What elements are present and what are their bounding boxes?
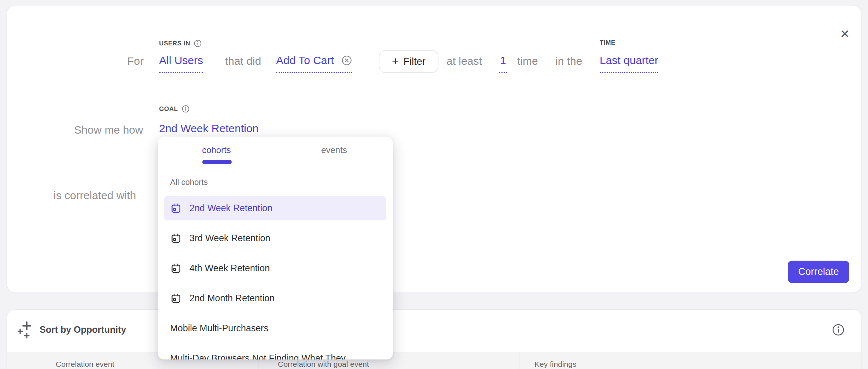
tab-cohorts-label: cohorts [202, 145, 231, 155]
sentence-show-me-how: Show me how [74, 123, 143, 137]
count-selector-value: 1 [500, 54, 506, 66]
cohort-section-label: All cohorts [170, 178, 208, 187]
sentence-time: time [517, 54, 538, 68]
plus-icon: + [392, 55, 399, 67]
goal-info-icon[interactable] [181, 105, 190, 113]
sparkle-icon [18, 320, 34, 339]
cohort-option-label: 4th Week Retention [190, 263, 270, 273]
goal-picker-dropdown: cohorts events All cohorts 2nd Week Rete… [158, 137, 393, 359]
cohort-option-label: 2nd Month Retention [190, 293, 275, 303]
sort-button-label: Sort by Opportunity [40, 324, 126, 335]
users-in-label: USERS IN [159, 39, 202, 48]
event-selector-value: Add To Cart [276, 54, 334, 66]
dropdown-tabs: cohorts events [158, 137, 393, 164]
sentence-that-did: that did [225, 54, 261, 68]
cohort-option-label: Multi-Day Browsers Not Finding What They [170, 353, 346, 359]
count-selector[interactable]: 1 [499, 53, 507, 73]
cohort-option-label: Mobile Multi-Purchasers [170, 323, 268, 333]
cohort-option[interactable]: 2nd Month Retention [164, 286, 386, 310]
cohort-option[interactable]: 2nd Week Retention [164, 196, 386, 220]
sort-by-opportunity-button[interactable]: Sort by Opportunity [18, 320, 126, 339]
time-range-selector[interactable]: Last quarter [600, 53, 658, 73]
results-info-icon[interactable] [832, 323, 845, 336]
cohort-option-label: 3rd Week Retention [190, 233, 271, 243]
active-tab-indicator [202, 160, 232, 164]
column-divider [519, 353, 519, 369]
calendar-icon [170, 233, 181, 244]
time-label-text: TIME [600, 39, 615, 46]
correlate-button[interactable]: Correlate [788, 261, 849, 283]
sentence-at-least: at least [446, 54, 482, 68]
calendar-icon [170, 203, 181, 214]
cohort-option[interactable]: Multi-Day Browsers Not Finding What They [164, 346, 386, 359]
cohort-selector[interactable]: All Users [159, 53, 203, 73]
close-button[interactable]: ✕ [836, 25, 854, 43]
results-table-header: Correlation event Correlation with goal … [7, 353, 861, 369]
remove-event-icon[interactable] [341, 55, 352, 66]
tab-cohorts[interactable]: cohorts [158, 137, 275, 164]
sentence-is-correlated-with: is correlated with [54, 188, 136, 203]
column-header-correlation-with-goal: Correlation with goal event [278, 360, 369, 369]
column-header-correlation-event: Correlation event [56, 360, 114, 369]
sentence-for: For [127, 54, 144, 68]
add-filter-button[interactable]: + Filter [379, 50, 438, 73]
time-label: TIME [600, 39, 615, 46]
tab-events-label: events [321, 145, 347, 155]
tab-events[interactable]: events [275, 137, 393, 164]
event-selector[interactable]: Add To Cart [276, 53, 352, 73]
filter-button-label: Filter [404, 56, 426, 67]
goal-label: GOAL [159, 105, 190, 113]
calendar-icon [170, 293, 181, 304]
time-range-value: Last quarter [600, 54, 658, 66]
cohort-selector-value: All Users [159, 54, 203, 66]
cohort-option[interactable]: 4th Week Retention [164, 256, 386, 280]
users-in-info-icon[interactable] [194, 39, 202, 48]
users-in-label-text: USERS IN [159, 40, 190, 47]
column-header-key-findings: Key findings [534, 360, 576, 369]
sentence-in-the: in the [555, 54, 582, 68]
goal-selector-value: 2nd Week Retention [159, 122, 258, 134]
cohort-option[interactable]: 3rd Week Retention [164, 226, 386, 250]
close-icon: ✕ [840, 27, 850, 41]
query-builder-card: ✕ For USERS IN All Users that did Add To… [7, 5, 861, 293]
calendar-icon [170, 263, 181, 274]
correlation-builder-screen: ✕ For USERS IN All Users that did Add To… [0, 0, 868, 369]
cohort-option[interactable]: Mobile Multi-Purchasers [164, 316, 386, 340]
cohort-option-label: 2nd Week Retention [190, 203, 272, 213]
goal-label-text: GOAL [159, 105, 178, 113]
